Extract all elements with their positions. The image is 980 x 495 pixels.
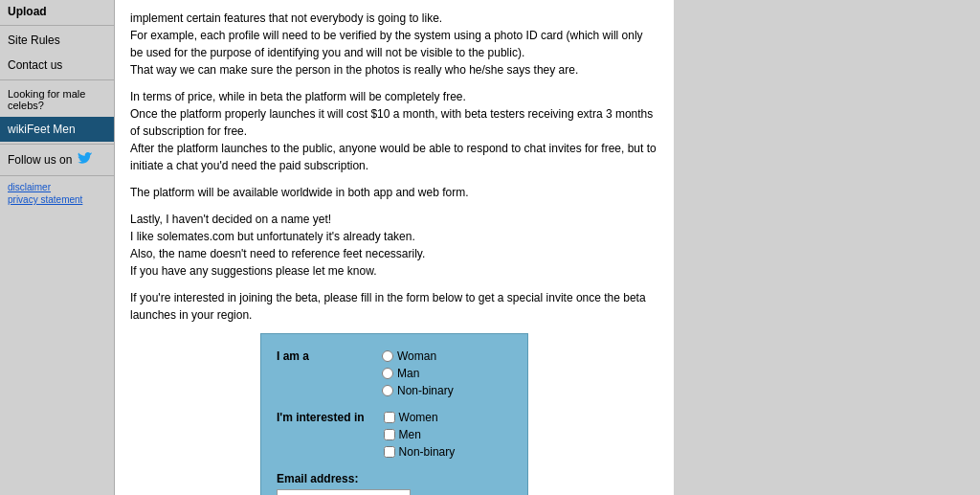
right-area: [674, 0, 980, 495]
sidebar-follow: Follow us on: [0, 146, 114, 173]
checkbox-men[interactable]: Men: [384, 428, 456, 441]
sidebar-item-site-rules[interactable]: Site Rules: [0, 28, 114, 53]
twitter-icon[interactable]: [76, 152, 95, 168]
form-interested-section: I'm interested in Women Men Non-binary: [277, 411, 512, 459]
email-input[interactable]: [277, 489, 411, 495]
radio-woman-input[interactable]: [382, 350, 393, 362]
paragraph-1: implement certain features that not ever…: [130, 10, 658, 79]
paragraph-4: Lastly, I haven't decided on a name yet!…: [130, 211, 658, 280]
sidebar: Upload Site Rules Contact us Looking for…: [0, 0, 115, 495]
privacy-link[interactable]: privacy statement: [8, 194, 106, 205]
sidebar-looking-label: Looking for male celebs?: [0, 82, 114, 117]
follow-text: Follow us on: [8, 153, 72, 167]
paragraph-2: In terms of price, while in beta the pla…: [130, 88, 658, 174]
checkbox-nonbinary-input[interactable]: [384, 446, 395, 458]
paragraph-3: The platform will be available worldwide…: [130, 184, 658, 201]
interest-options: Women Men Non-binary: [384, 411, 456, 459]
woman-label: Woman: [397, 349, 436, 363]
sidebar-item-wikifeet-men[interactable]: wikiFeet Men: [0, 117, 114, 142]
nonbinary2-label: Non-binary: [399, 445, 456, 459]
i-am-a-label: I am a: [277, 349, 363, 363]
sidebar-upload[interactable]: Upload: [0, 0, 114, 23]
paragraph-5: If you're interested in joining the beta…: [130, 289, 658, 324]
women-label: Women: [399, 411, 438, 424]
radio-woman[interactable]: Woman: [382, 349, 454, 363]
man-label: Man: [397, 367, 419, 380]
email-label: Email address:: [277, 472, 512, 485]
radio-man[interactable]: Man: [382, 367, 454, 380]
beta-form: I am a Woman Man Non-binary I'm interest…: [260, 333, 528, 495]
radio-man-input[interactable]: [382, 368, 393, 379]
content-body: implement certain features that not ever…: [130, 10, 658, 324]
checkbox-men-input[interactable]: [384, 429, 395, 440]
sidebar-item-contact[interactable]: Contact us: [0, 53, 114, 78]
radio-nonbinary-input[interactable]: [382, 385, 393, 396]
email-section: Email address: Apply: [277, 472, 512, 495]
form-i-am-a-section: I am a Woman Man Non-binary: [277, 349, 512, 397]
main-content: implement certain features that not ever…: [115, 0, 674, 495]
disclaimer-link[interactable]: disclaimer: [8, 182, 106, 192]
nonbinary-label: Non-binary: [397, 384, 454, 397]
checkbox-women[interactable]: Women: [384, 411, 456, 424]
gender-options: Woman Man Non-binary: [382, 349, 454, 397]
checkbox-nonbinary[interactable]: Non-binary: [384, 445, 456, 459]
men-label: Men: [399, 428, 421, 441]
checkbox-women-input[interactable]: [384, 412, 395, 423]
interested-label: I'm interested in: [277, 411, 365, 424]
sidebar-small-links: disclaimer privacy statement: [0, 178, 114, 209]
radio-nonbinary[interactable]: Non-binary: [382, 384, 454, 397]
